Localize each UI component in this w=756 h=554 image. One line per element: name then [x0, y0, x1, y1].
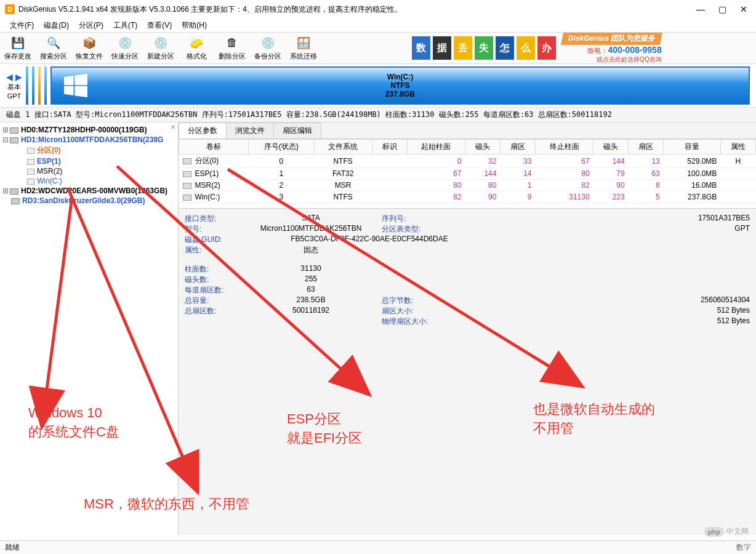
v-secsz: 512 Bytes — [443, 306, 750, 316]
th-sc[interactable]: 起始柱面 — [407, 140, 465, 155]
th-fs[interactable]: 文件系统 — [314, 140, 372, 155]
menu-partition[interactable]: 分区(P) — [75, 19, 107, 32]
tree-hd1[interactable]: HD1:Micron1100MTFDDAK256TBN(238G — [21, 135, 163, 144]
menu-view[interactable]: 查看(V) — [143, 19, 175, 32]
nav-prev-next-icon[interactable]: ◀ ▶ — [6, 72, 22, 82]
th-eh[interactable]: 磁头 — [593, 140, 629, 155]
th-flag[interactable]: 标识 — [372, 140, 407, 155]
disk-detail: 接口类型:SATA序列号:17501A317BE5 型号:Micron1100M… — [179, 208, 756, 332]
partition-size: 237.8GB — [385, 90, 415, 98]
banner-char: 么 — [517, 36, 535, 60]
v-serial: 17501A317BE5 — [443, 214, 750, 224]
partition-stripe[interactable] — [38, 66, 41, 105]
k-spt: 每道扇区数: — [185, 285, 240, 295]
table-row[interactable]: ESP(1)1FAT326714414807963100.0MB — [179, 168, 756, 180]
v-spt: 63 — [240, 285, 382, 295]
table-row[interactable]: MSR(2)2MSR808018290816.0MB — [179, 180, 756, 191]
tree-part0[interactable]: 分区(0) — [37, 146, 61, 155]
th-attr[interactable]: 属性 — [720, 140, 755, 155]
tree-rd3[interactable]: RD3:SanDiskCruzerGlide3.0(29GB) — [22, 196, 145, 205]
tool-quickpart[interactable]: 💿快速分区 — [107, 36, 143, 61]
watermark: php 中文网 — [704, 526, 749, 537]
th-seq[interactable]: 序号(状态) — [249, 140, 314, 155]
v-guid: FB5C3C0A-DF0F-422C-90AE-E0CF544D6DAE — [240, 235, 499, 245]
toolbar: 💾保存更改 🔍搜索分区 📦恢复文件 💿快速分区 💿新建分区 🧽格式化 🗑删除分区… — [0, 32, 756, 64]
search-icon: 🔍 — [46, 36, 61, 50]
banner-contact[interactable]: DiskGenius 团队为您服务 致电：400-008-9958 或点击此处选… — [558, 33, 665, 64]
partition-stripe[interactable] — [26, 66, 28, 105]
tab-partition-params[interactable]: 分区参数 — [179, 122, 227, 138]
tool-recover-label: 恢复文件 — [76, 52, 103, 61]
tree-hd2[interactable]: HD2:WDCWD20EARS-00MVWB0(1863GB) — [21, 187, 167, 195]
tool-search[interactable]: 🔍搜索分区 — [36, 36, 71, 61]
tab-browse-files[interactable]: 浏览文件 — [226, 122, 274, 138]
menu-file[interactable]: 文件(F) — [6, 19, 38, 32]
expand-icon[interactable]: ⊞ — [2, 126, 9, 134]
tree-winc[interactable]: Win(C:) — [37, 177, 62, 185]
expand-icon[interactable]: ⊞ — [2, 187, 9, 195]
menu-bar: 文件(F) 磁盘(D) 分区(P) 工具(T) 查看(V) 帮助(H) — [0, 18, 756, 32]
tool-format-label: 格式化 — [187, 52, 207, 61]
partition-table[interactable]: 卷标 序号(状态) 文件系统 标识 起始柱面 磁头 扇区 终止柱面 磁头 扇区 … — [179, 139, 756, 203]
tree-msr[interactable]: MSR(2) — [37, 167, 62, 175]
partition-icon — [183, 195, 191, 201]
save-icon: 💾 — [10, 36, 25, 50]
tool-format[interactable]: 🧽格式化 — [179, 36, 214, 61]
k-totsec: 总扇区数: — [185, 306, 240, 316]
maximize-button[interactable]: ▢ — [718, 4, 726, 14]
v-cyl: 31130 — [240, 264, 382, 275]
banner-char: 怎 — [496, 36, 514, 60]
partition-fs: NTFS — [390, 81, 409, 90]
menu-disk[interactable]: 磁盘(D) — [40, 19, 73, 32]
backup-icon: 💿 — [260, 36, 275, 50]
table-row[interactable]: Win(C:)3NTFS82909311302235237.8GB — [179, 191, 756, 203]
migrate-icon: 🪟 — [296, 36, 311, 50]
blank — [240, 316, 382, 327]
tree-close-icon[interactable]: ✕ — [171, 124, 175, 130]
v-model: Micron1100MTFDDAK256TBN — [240, 224, 382, 235]
partition-icon — [27, 159, 34, 165]
v-physz: 512 Bytes — [443, 316, 750, 327]
th-es[interactable]: 扇区 — [629, 140, 664, 155]
tool-deletepart[interactable]: 🗑删除分区 — [214, 36, 250, 61]
partition-icon — [27, 148, 34, 154]
th-ec[interactable]: 终止柱面 — [536, 140, 593, 155]
th-cap[interactable]: 容量 — [664, 140, 721, 155]
tab-sector-edit[interactable]: 扇区编辑 — [273, 122, 321, 138]
tree-esp[interactable]: ESP(1) — [37, 157, 61, 166]
tool-recover[interactable]: 📦恢复文件 — [71, 36, 107, 61]
v-attr: 固态 — [240, 245, 382, 255]
hdd-icon — [10, 127, 18, 134]
collapse-icon[interactable]: ⊟ — [2, 135, 9, 144]
tool-newpart[interactable]: 💿新建分区 — [143, 36, 179, 61]
th-ss[interactable]: 扇区 — [500, 140, 535, 155]
k-iface: 接口类型: — [185, 214, 240, 224]
tool-backup[interactable]: 💿备份分区 — [250, 36, 286, 61]
table-row[interactable]: 分区(0)0NTFS032336714413529.0MBH — [179, 155, 756, 168]
tool-migrate[interactable]: 🪟系统迁移 — [286, 36, 321, 61]
tool-save[interactable]: 💾保存更改 — [0, 36, 36, 61]
k-serial: 序列号: — [382, 214, 443, 224]
disk-visual-bar: ◀ ▶ 基本 GPT Win(C:) NTFS 237.8GB — [0, 64, 756, 107]
close-button[interactable]: ✕ — [740, 4, 747, 14]
th-sh[interactable]: 磁头 — [465, 140, 500, 155]
banner-qq-note: 或点击此处选择QQ咨询 — [597, 55, 662, 63]
menu-tools[interactable]: 工具(T) — [110, 19, 141, 32]
windows-logo-icon — [64, 74, 87, 97]
partition-stripe[interactable] — [32, 66, 34, 105]
partition-win-c[interactable]: Win(C:) NTFS 237.8GB — [50, 66, 750, 105]
disk-tree[interactable]: ✕ ⊞HD0:MZ7TY128HDHP-00000(119GB) ⊟HD1:Mi… — [0, 122, 179, 535]
th-label[interactable]: 卷标 — [179, 140, 249, 155]
app-logo-icon: D — [5, 4, 15, 14]
menu-help[interactable]: 帮助(H) — [178, 19, 211, 32]
watermark-text: 中文网 — [726, 526, 749, 537]
newpart-icon: 💿 — [153, 36, 168, 50]
tree-hd0[interactable]: HD0:MZ7TY128HDHP-00000(119GB) — [21, 126, 147, 134]
v-pttype: GPT — [443, 224, 750, 235]
tool-migrate-label: 系统迁移 — [290, 52, 317, 61]
window-controls: — ▢ ✕ — [696, 4, 751, 14]
minimize-button[interactable]: — — [696, 4, 705, 14]
v-totsec: 500118192 — [240, 306, 382, 316]
recover-icon: 📦 — [82, 36, 97, 50]
partition-stripe[interactable] — [44, 66, 47, 105]
